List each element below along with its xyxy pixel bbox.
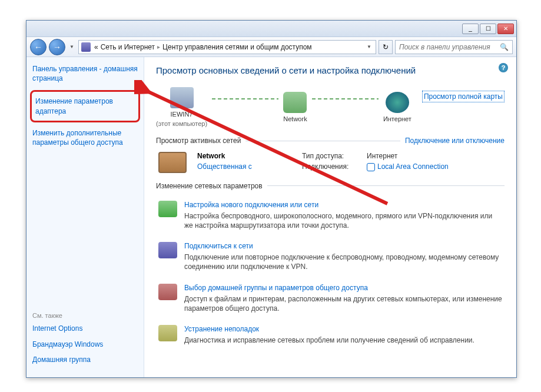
homegroup-icon xyxy=(158,284,177,300)
params-section: Настройка нового подключения или сети На… xyxy=(156,195,505,351)
diagram-internet-node: Интернет xyxy=(383,92,411,122)
see-also-label: См. также xyxy=(32,312,138,319)
params-header: Изменение сетевых параметров xyxy=(156,182,505,190)
minimize-button[interactable]: _ xyxy=(462,24,479,34)
page-title: Просмотр основных сведений о сети и наст… xyxy=(156,65,505,75)
breadcrumb: « Сеть и Интернет ▸ Центр управления сет… xyxy=(94,43,312,51)
homegroup-link[interactable]: Выбор домашней группы и параметров общег… xyxy=(184,284,502,292)
sidebar-homegroup-link[interactable]: Домашняя группа xyxy=(32,355,138,364)
connect-network-icon xyxy=(158,242,177,258)
titlebar: _ ☐ ✕ xyxy=(26,21,516,37)
sidebar-adapter-link[interactable]: Изменение параметров адаптера xyxy=(35,97,135,115)
address-bar[interactable]: « Сеть и Интернет ▸ Центр управления сет… xyxy=(78,40,376,54)
diagram-connector xyxy=(212,98,278,99)
full-map-link[interactable]: Просмотр полной карты xyxy=(422,91,505,102)
active-network-row: Network Общественная с Тип доступа: Инте… xyxy=(156,146,505,182)
bench-icon xyxy=(158,152,187,173)
search-box[interactable]: 🔍 xyxy=(395,40,513,54)
active-networks-header: Просмотр активных сетей Подключение или … xyxy=(156,137,505,145)
search-input[interactable] xyxy=(399,43,496,51)
connect-network-link[interactable]: Подключиться к сети xyxy=(184,242,502,250)
globe-icon xyxy=(386,92,409,113)
sidebar: Панель управления - домашняя страница Из… xyxy=(26,57,144,377)
nav-history-dropdown[interactable]: ▼ xyxy=(68,41,76,53)
diagram-network-label: Network xyxy=(283,115,307,122)
maximize-button[interactable]: ☐ xyxy=(480,24,496,34)
window-frame: _ ☐ ✕ ← → ▼ « Сеть и Интернет ▸ Центр уп… xyxy=(26,20,517,378)
diagram-internet-label: Интернет xyxy=(383,115,411,122)
sidebar-home-link[interactable]: Панель управления - домашняя страница xyxy=(32,64,138,83)
param-item: Выбор домашней группы и параметров общег… xyxy=(156,278,505,319)
network-diagram: IEWIN7 (этот компьютер) Network Интернет… xyxy=(156,84,505,129)
sidebar-sharing-link[interactable]: Изменить дополнительные параметры общего… xyxy=(32,128,138,147)
diagram-pc-label: IEWIN7 xyxy=(171,111,193,118)
new-connection-icon xyxy=(158,201,177,217)
param-item: Подключиться к сети Подключение или повт… xyxy=(156,236,505,277)
diagram-connector xyxy=(312,98,379,99)
refresh-button[interactable]: ↻ xyxy=(379,40,393,54)
nav-forward-button[interactable]: → xyxy=(49,39,65,55)
search-icon[interactable]: 🔍 xyxy=(500,43,509,51)
network-type-link[interactable]: Общественная с xyxy=(197,162,291,171)
connections-label: Подключения: xyxy=(302,162,361,171)
param-desc: Диагностика и исправление сетевых пробле… xyxy=(184,335,502,345)
access-type-value: Интернет xyxy=(367,152,397,160)
breadcrumb-separator-icon: ▸ xyxy=(157,44,160,50)
close-button[interactable]: ✕ xyxy=(497,24,514,34)
access-type-label: Тип доступа: xyxy=(302,152,361,160)
new-connection-link[interactable]: Настройка нового подключения или сети xyxy=(184,201,502,209)
sidebar-firewall-link[interactable]: Брандмауэр Windows xyxy=(32,340,138,349)
param-item: Настройка нового подключения или сети На… xyxy=(156,195,505,236)
breadcrumb-item[interactable]: Центр управления сетями и общим доступом xyxy=(162,43,312,51)
param-desc: Доступ к файлам и принтерам, расположенн… xyxy=(184,294,502,313)
help-icon[interactable]: ? xyxy=(499,63,508,72)
nav-back-button[interactable]: ← xyxy=(30,39,47,55)
param-desc: Подключение или повторное подключение к … xyxy=(184,253,502,271)
highlight-annotation: Изменение параметров адаптера xyxy=(30,90,140,122)
address-dropdown[interactable]: ▼ xyxy=(365,41,373,53)
connect-disconnect-link[interactable]: Подключение или отключение xyxy=(405,137,505,145)
body: Панель управления - домашняя страница Из… xyxy=(26,57,516,377)
diagram-pc-node: IEWIN7 (этот компьютер) xyxy=(156,87,207,127)
diagram-network-node: Network xyxy=(283,92,307,122)
computer-icon xyxy=(170,87,194,108)
network-name: Network xyxy=(197,152,291,160)
location-icon xyxy=(81,42,91,52)
sidebar-inet-options-link[interactable]: Internet Options xyxy=(32,324,138,333)
troubleshoot-link[interactable]: Устранение неполадок xyxy=(184,325,502,333)
connection-link[interactable]: Local Area Connection xyxy=(367,162,449,171)
content-pane: ? Просмотр основных сведений о сети и на… xyxy=(144,57,516,377)
network-icon xyxy=(283,92,307,113)
param-desc: Настройка беспроводного, широкополосного… xyxy=(184,211,502,230)
breadcrumb-item[interactable]: Сеть и Интернет xyxy=(101,43,155,51)
active-networks-label: Просмотр активных сетей xyxy=(156,137,241,145)
breadcrumb-prefix: « xyxy=(94,43,98,51)
navbar: ← → ▼ « Сеть и Интернет ▸ Центр управлен… xyxy=(26,37,516,57)
param-item: Устранение неполадок Диагностика и испра… xyxy=(156,319,505,351)
troubleshoot-icon xyxy=(158,325,177,341)
ethernet-icon xyxy=(367,163,375,171)
diagram-pc-sublabel: (этот компьютер) xyxy=(156,120,207,127)
